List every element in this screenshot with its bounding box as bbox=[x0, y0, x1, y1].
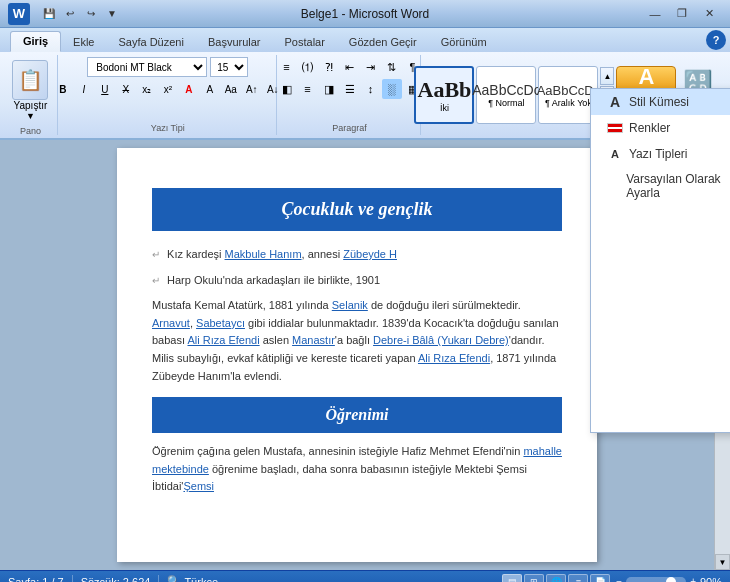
style-normal[interactable]: AaBbCcDc ¶ Normal bbox=[476, 66, 536, 124]
status-divider-1 bbox=[72, 575, 73, 583]
paste-button[interactable]: 📋 Yapıştır ▼ bbox=[7, 57, 53, 124]
clear-format-button[interactable]: Aa bbox=[221, 79, 241, 99]
font-family-select[interactable]: Bodoni MT Black bbox=[87, 57, 207, 77]
zoom-out-icon[interactable]: − bbox=[616, 576, 622, 582]
redo-btn[interactable]: ↪ bbox=[82, 5, 100, 23]
ribbon-group-paragraf: ≡ ⑴ ⁈ ⇤ ⇥ ⇅ ¶ ◧ ≡ ◨ ☰ ↕ ░ ▦ Paragraf bbox=[279, 55, 421, 135]
line-spacing-btn[interactable]: ↕ bbox=[361, 79, 381, 99]
para1-mid: , annesi bbox=[302, 248, 344, 260]
para-row-2: ◧ ≡ ◨ ☰ ↕ ░ ▦ bbox=[277, 79, 423, 99]
tab-giris[interactable]: Giriş bbox=[10, 31, 61, 52]
submenu-renkler[interactable]: Renkler ▶ bbox=[591, 115, 730, 141]
tab-sayfa-duzeni[interactable]: Sayfa Düzeni bbox=[106, 33, 195, 52]
underline-button[interactable]: U bbox=[95, 79, 115, 99]
tab-basvurular[interactable]: Başvurular bbox=[196, 33, 273, 52]
link-selanik[interactable]: Selanik bbox=[332, 299, 368, 311]
link-semsi[interactable]: Şemsi bbox=[183, 480, 214, 492]
paragraph-kardesi: ↵ Kız kardeşi Makbule Hanım, annesi Zübe… bbox=[152, 246, 562, 264]
undo-btn[interactable]: ↩ bbox=[61, 5, 79, 23]
save-quick-btn[interactable]: 💾 bbox=[40, 5, 58, 23]
page-content: Çocukluk ve gençlik ↵ Kız kardeşi Makbul… bbox=[117, 148, 597, 534]
view-fullscreen-btn[interactable]: ⊞ bbox=[524, 574, 544, 583]
paste-icon: 📋 bbox=[12, 60, 48, 100]
maximize-btn[interactable]: ❐ bbox=[669, 4, 695, 24]
ribbon-group-pano: 📋 Yapıştır ▼ Pano bbox=[4, 55, 58, 135]
renkler-icon bbox=[607, 120, 623, 136]
stiller-submenu: A Stil Kümesi ▶ Renkler ▶ A Yazı Tipleri… bbox=[590, 88, 730, 433]
tab-gozden-gecir[interactable]: Gözden Geçir bbox=[337, 33, 429, 52]
style-scroll-up[interactable]: ▲ bbox=[600, 67, 614, 85]
link-ali-riza-1[interactable]: Ali Rıza Efendi bbox=[187, 334, 259, 346]
font-size-select[interactable]: 15 bbox=[210, 57, 248, 77]
document-page: Çocukluk ve gençlik ↵ Kız kardeşi Makbul… bbox=[117, 148, 597, 562]
link-arnavut[interactable]: Arnavut bbox=[152, 317, 190, 329]
bold-button[interactable]: B bbox=[53, 79, 73, 99]
help-button[interactable]: ? bbox=[706, 30, 726, 50]
link-sabetayci[interactable]: Sabetaycı bbox=[196, 317, 245, 329]
status-bar: Sayfa: 1 / 7 Sözcük: 2.624 🔍 Türkçe ▤ ⊞ … bbox=[0, 570, 730, 582]
window-title: Belge1 - Microsoft Word bbox=[301, 7, 430, 21]
increase-indent-btn[interactable]: ⇥ bbox=[361, 57, 381, 77]
link-makbule[interactable]: Makbule Hanım bbox=[225, 248, 302, 260]
word-logo: W bbox=[8, 3, 30, 25]
para-marker-1: ↵ bbox=[152, 249, 160, 260]
tab-ekle[interactable]: Ekle bbox=[61, 33, 106, 52]
sort-btn[interactable]: ⇅ bbox=[382, 57, 402, 77]
decrease-indent-btn[interactable]: ⇤ bbox=[340, 57, 360, 77]
bullet-list-btn[interactable]: ≡ bbox=[277, 57, 297, 77]
customize-quick-btn[interactable]: ▼ bbox=[103, 5, 121, 23]
zoom-slider[interactable] bbox=[626, 577, 686, 583]
submenu-varsayilan[interactable]: Varsayılan Olarak Ayarla bbox=[591, 167, 730, 205]
view-mode-buttons: ▤ ⊞ 🌐 ≡ 📄 bbox=[502, 574, 610, 583]
align-right-btn[interactable]: ◨ bbox=[319, 79, 339, 99]
link-zubeyde[interactable]: Zübeyde H bbox=[343, 248, 397, 260]
title-bar: W 💾 ↩ ↪ ▼ Belge1 - Microsoft Word — ❐ ✕ bbox=[0, 0, 730, 28]
language-icon: 🔍 bbox=[167, 575, 181, 582]
para3-start: Mustafa Kemal Atatürk, 1881 yılında bbox=[152, 299, 332, 311]
page-info: Sayfa: 1 / 7 bbox=[8, 576, 64, 583]
paragraph-mustafa-kemal: Mustafa Kemal Atatürk, 1881 yılında Sela… bbox=[152, 297, 562, 385]
numbered-list-btn[interactable]: ⑴ bbox=[298, 57, 318, 77]
zoom-control: − + 90% bbox=[616, 576, 722, 583]
view-print-btn[interactable]: ▤ bbox=[502, 574, 522, 583]
view-web-btn[interactable]: 🌐 bbox=[546, 574, 566, 583]
language-indicator[interactable]: 🔍 Türkçe bbox=[167, 575, 218, 582]
close-btn[interactable]: ✕ bbox=[696, 4, 722, 24]
tab-postalar[interactable]: Postalar bbox=[273, 33, 337, 52]
language-label: Türkçe bbox=[184, 576, 218, 583]
font-size-up-button[interactable]: A↑ bbox=[242, 79, 262, 99]
style-normal-preview: AaBbCcDc bbox=[472, 82, 540, 98]
submenu-stil-kumesi[interactable]: A Stil Kümesi ▶ bbox=[591, 89, 730, 115]
superscript-button[interactable]: x² bbox=[158, 79, 178, 99]
italic-button[interactable]: I bbox=[74, 79, 94, 99]
font-color-button[interactable]: A bbox=[179, 79, 199, 99]
font-row-1: Bodoni MT Black 15 bbox=[87, 57, 248, 77]
scroll-down-btn[interactable]: ▼ bbox=[715, 554, 730, 570]
align-left-btn[interactable]: ◧ bbox=[277, 79, 297, 99]
highlight-button[interactable]: A bbox=[200, 79, 220, 99]
strikethrough-button[interactable]: X bbox=[116, 79, 136, 99]
view-outline-btn[interactable]: ≡ bbox=[568, 574, 588, 583]
font-format-buttons: B I U X x₂ x² A A Aa A↑ A↓ bbox=[53, 79, 283, 99]
word-count: Sözcük: 2.624 bbox=[81, 576, 151, 583]
style-normal-label: ¶ Normal bbox=[488, 98, 524, 108]
multilevel-list-btn[interactable]: ⁈ bbox=[319, 57, 339, 77]
style-iki[interactable]: AaBb İki bbox=[414, 66, 474, 124]
paragraf-label: Paragraf bbox=[332, 121, 367, 133]
quick-access-toolbar: 💾 ↩ ↪ ▼ bbox=[40, 5, 121, 23]
tab-gorunum[interactable]: Görünüm bbox=[429, 33, 499, 52]
link-debre[interactable]: Debre-i Bâlâ (Yukarı Debre) bbox=[373, 334, 509, 346]
zoom-in-icon[interactable]: + bbox=[690, 576, 696, 582]
link-manastir[interactable]: Manastır bbox=[292, 334, 335, 346]
submenu-yazi-tipleri[interactable]: A Yazı Tipleri ▶ bbox=[591, 141, 730, 167]
align-center-btn[interactable]: ≡ bbox=[298, 79, 318, 99]
shading-btn[interactable]: ░ bbox=[382, 79, 402, 99]
style-iki-label: İki bbox=[440, 103, 449, 113]
link-ali-riza-2[interactable]: Ali Rıza Efendi bbox=[418, 352, 490, 364]
title-bar-left: W 💾 ↩ ↪ ▼ bbox=[8, 3, 121, 25]
minimize-btn[interactable]: — bbox=[642, 4, 668, 24]
para4-start: Öğrenim çağına gelen Mustafa, annesinin … bbox=[152, 445, 523, 457]
view-draft-btn[interactable]: 📄 bbox=[590, 574, 610, 583]
justify-btn[interactable]: ☰ bbox=[340, 79, 360, 99]
subscript-button[interactable]: x₂ bbox=[137, 79, 157, 99]
